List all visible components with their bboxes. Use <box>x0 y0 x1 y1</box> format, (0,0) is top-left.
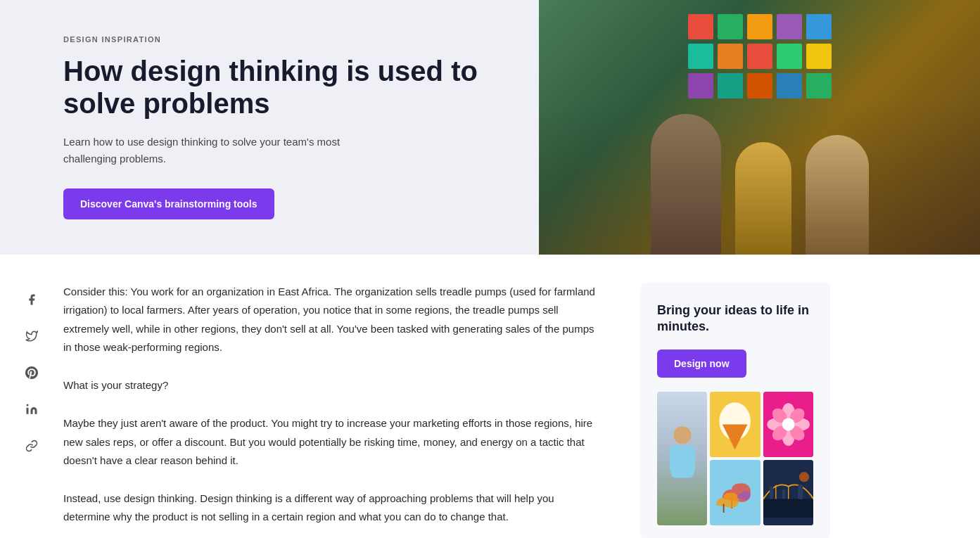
twitter-icon[interactable] <box>22 326 42 346</box>
article-paragraph-4: Instead, use design thinking. Design thi… <box>63 489 598 527</box>
hero-image <box>539 0 980 255</box>
hero-subtitle: Learn how to use design thinking to solv… <box>63 134 373 167</box>
svg-point-3 <box>673 426 691 444</box>
svg-rect-24 <box>782 489 784 499</box>
sidebar-widget-title: Bring your ideas to life in minutes. <box>657 302 813 335</box>
svg-marker-2 <box>723 424 748 449</box>
image-grid <box>657 392 813 525</box>
article-paragraph-3: Maybe they just aren't aware of the prod… <box>63 414 598 470</box>
grid-image-3 <box>763 392 813 457</box>
svg-point-16 <box>782 418 794 430</box>
right-sidebar: Bring your ideas to life in minutes. Des… <box>640 283 844 538</box>
article-paragraph-2: What is your strategy? <box>63 376 598 395</box>
pinterest-icon[interactable] <box>22 363 42 383</box>
svg-point-0 <box>27 404 29 406</box>
meeting-people <box>539 100 980 255</box>
design-now-button[interactable]: Design now <box>657 350 746 378</box>
cta-button[interactable]: Discover Canva's brainstorming tools <box>63 188 274 219</box>
linkedin-icon[interactable] <box>22 399 42 419</box>
grid-image-4 <box>710 460 760 525</box>
article-body: Consider this: You work for an organizat… <box>63 283 640 538</box>
grid-image-1 <box>710 392 760 457</box>
hero-label: DESIGN INSPIRATION <box>63 35 497 44</box>
article-paragraph-1: Consider this: You work for an organizat… <box>63 283 598 357</box>
svg-rect-23 <box>770 486 773 499</box>
grid-image-5 <box>763 460 813 525</box>
svg-rect-25 <box>798 485 803 499</box>
link-icon[interactable] <box>22 436 42 456</box>
hero-section: DESIGN INSPIRATION How design thinking i… <box>0 0 980 255</box>
svg-rect-6 <box>688 445 695 472</box>
content-section: Consider this: You work for an organizat… <box>0 255 980 538</box>
svg-rect-19 <box>763 499 813 518</box>
sidebar-widget: Bring your ideas to life in minutes. Des… <box>640 283 830 538</box>
sticky-notes <box>688 14 832 98</box>
hero-content: DESIGN INSPIRATION How design thinking i… <box>0 0 539 255</box>
social-sidebar <box>0 283 63 538</box>
svg-rect-5 <box>669 445 676 472</box>
hero-title: How design thinking is used to solve pro… <box>63 55 497 120</box>
grid-image-2 <box>657 392 707 525</box>
svg-point-26 <box>798 472 808 482</box>
facebook-icon[interactable] <box>22 290 42 309</box>
